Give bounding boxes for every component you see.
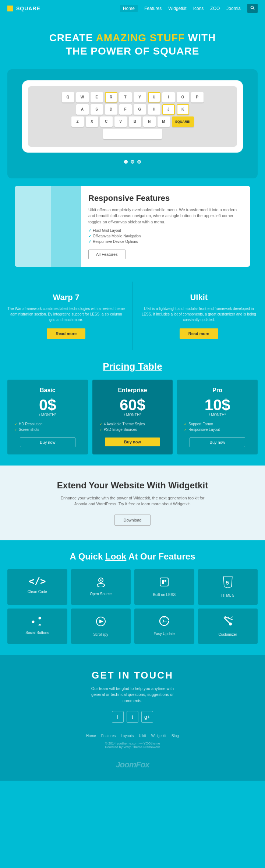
key-y[interactable]: Y bbox=[134, 92, 146, 102]
pricing-basic-feature-1: HD Resolution bbox=[13, 422, 82, 426]
key-m[interactable]: M bbox=[158, 116, 170, 127]
responsive-title: Responsive Features bbox=[88, 194, 243, 203]
customizer-label: Customizer bbox=[218, 632, 237, 637]
key-n[interactable]: N bbox=[143, 116, 156, 127]
key-g[interactable]: G bbox=[134, 104, 146, 115]
search-button[interactable] bbox=[247, 4, 258, 13]
feature-card-clean-code: </> Clean Code bbox=[7, 569, 67, 605]
key-k[interactable]: K bbox=[177, 104, 189, 115]
pricing-card-enterprise: Enterprise 60$ / MONTH* 4 Available Them… bbox=[92, 380, 173, 454]
features-title-highlight: Look bbox=[105, 551, 126, 561]
spacebar[interactable] bbox=[103, 129, 162, 139]
footer-credits: © 2014 yootheme.com — YOOtheme Powered b… bbox=[7, 742, 258, 749]
feature-card-built-on-less: Built on LESS bbox=[134, 569, 194, 605]
slider-dots bbox=[18, 160, 247, 164]
key-c[interactable]: C bbox=[100, 116, 113, 127]
footer-nav: Home Features Layouts Uikit Widgetkit Bl… bbox=[7, 734, 258, 738]
uikit-read-more-button[interactable]: Read more bbox=[180, 328, 218, 339]
twitter-icon[interactable]: t bbox=[127, 711, 138, 723]
joomfox-text: JoomFox bbox=[116, 760, 149, 770]
key-w[interactable]: W bbox=[76, 92, 89, 102]
warp-description: The Warp framework combines latest techn… bbox=[7, 306, 125, 323]
nav-widgetkit[interactable]: Widgetkit bbox=[168, 6, 186, 11]
key-v[interactable]: V bbox=[114, 116, 127, 127]
scrollspy-icon bbox=[95, 616, 106, 629]
footer-link-widgetkit[interactable]: Widgetkit bbox=[151, 734, 166, 738]
pricing-pro-price: 10$ bbox=[183, 397, 252, 413]
key-x[interactable]: X bbox=[86, 116, 98, 127]
key-u[interactable]: U bbox=[148, 92, 160, 102]
features-title-end: At Our Features bbox=[126, 551, 195, 561]
facebook-icon[interactable]: f bbox=[112, 711, 124, 723]
built-on-less-label: Built on LESS bbox=[153, 593, 176, 597]
pricing-enterprise-buy-button[interactable]: Buy now bbox=[105, 438, 160, 446]
footer-link-layouts[interactable]: Layouts bbox=[121, 734, 134, 738]
key-f[interactable]: F bbox=[119, 104, 132, 115]
keyboard-row-2: A S D F G H J K bbox=[35, 104, 230, 115]
key-q[interactable]: Q bbox=[62, 92, 74, 102]
feature-card-customizer: Customizer bbox=[198, 609, 258, 644]
key-b[interactable]: B bbox=[129, 116, 141, 127]
key-o[interactable]: O bbox=[177, 92, 189, 102]
responsive-feature-list: Fluid-Grid Layout Off-canvas Mobile Navi… bbox=[88, 229, 243, 244]
svg-line-1 bbox=[253, 8, 255, 10]
widgetkit-download-button[interactable]: Download bbox=[114, 515, 151, 526]
pricing-basic-feature-2: Screenshots bbox=[13, 428, 82, 432]
clean-code-icon: </> bbox=[29, 576, 46, 586]
footer-link-uikit[interactable]: Uikit bbox=[139, 734, 146, 738]
navbar-logo[interactable]: SQUARE bbox=[7, 6, 40, 11]
svg-point-10 bbox=[39, 617, 41, 619]
customizer-icon bbox=[222, 616, 233, 629]
nav-joomla[interactable]: Joomla bbox=[226, 6, 241, 11]
dot-1[interactable] bbox=[124, 160, 128, 164]
nav-icons[interactable]: Icons bbox=[193, 6, 204, 11]
nav-home[interactable]: Home bbox=[120, 5, 138, 12]
pricing-section: Pricing Table Basic 0$ / MONTH* HD Resol… bbox=[0, 350, 265, 466]
pricing-basic-buy-button[interactable]: Buy now bbox=[20, 438, 75, 447]
pricing-basic-name: Basic bbox=[13, 387, 82, 394]
key-i[interactable]: I bbox=[162, 92, 175, 102]
pricing-basic-period: / MONTH* bbox=[13, 413, 82, 417]
keyboard-section: Q W E R T Y U I O P A S D F G H J K bbox=[7, 69, 258, 178]
pricing-card-basic: Basic 0$ / MONTH* HD Resolution Screensh… bbox=[7, 380, 88, 454]
keyboard-row-3: Z X C V B N M SQUARE! bbox=[35, 116, 230, 127]
key-square[interactable]: SQUARE! bbox=[172, 116, 194, 127]
key-e[interactable]: E bbox=[91, 92, 103, 102]
key-p[interactable]: P bbox=[191, 92, 204, 102]
hero-title-end: WITH bbox=[185, 32, 216, 43]
dot-3[interactable] bbox=[137, 160, 141, 164]
svg-point-9 bbox=[32, 620, 35, 623]
feature-card-easy-update: Easy Update bbox=[134, 609, 194, 644]
social-buttons-icon bbox=[32, 616, 43, 627]
html5-icon: 5 bbox=[223, 576, 233, 590]
open-source-icon bbox=[95, 576, 106, 588]
nav-features[interactable]: Features bbox=[144, 6, 162, 11]
key-j[interactable]: J bbox=[162, 104, 175, 115]
all-features-button[interactable]: All Features bbox=[88, 250, 126, 259]
svg-point-4 bbox=[100, 579, 102, 581]
googleplus-icon[interactable]: g+ bbox=[141, 711, 153, 723]
logo-icon bbox=[7, 6, 13, 11]
widgetkit-title: Extend Your Website With Widgetkit bbox=[7, 480, 258, 491]
pricing-pro-buy-button[interactable]: Buy now bbox=[190, 438, 245, 447]
footer-link-features[interactable]: Features bbox=[101, 734, 116, 738]
key-s[interactable]: S bbox=[91, 104, 103, 115]
keyboard-area: Q W E R T Y U I O P A S D F G H J K bbox=[28, 86, 237, 147]
footer-link-blog[interactable]: Blog bbox=[172, 734, 179, 738]
key-a[interactable]: A bbox=[76, 104, 89, 115]
spacebar-row bbox=[35, 129, 230, 139]
key-d[interactable]: D bbox=[105, 104, 117, 115]
pricing-card-pro: Pro 10$ / MONTH* Support Forum Responsiv… bbox=[177, 380, 258, 454]
footer-link-home[interactable]: Home bbox=[86, 734, 96, 738]
hero-title-start: CREATE bbox=[49, 32, 96, 43]
key-t[interactable]: T bbox=[119, 92, 132, 102]
key-z[interactable]: Z bbox=[71, 116, 84, 127]
navbar-links: Home Features Widgetkit Icons ZOO Joomla bbox=[120, 4, 258, 13]
pricing-basic-features: HD Resolution Screenshots bbox=[13, 422, 82, 432]
key-r[interactable]: R bbox=[105, 92, 117, 102]
nav-zoo[interactable]: ZOO bbox=[210, 6, 220, 11]
dot-2[interactable] bbox=[131, 160, 134, 164]
responsive-section: → Responsive Features Uikit offers a com… bbox=[15, 186, 250, 267]
warp-read-more-button[interactable]: Read more bbox=[47, 328, 85, 339]
key-h[interactable]: H bbox=[148, 104, 160, 115]
